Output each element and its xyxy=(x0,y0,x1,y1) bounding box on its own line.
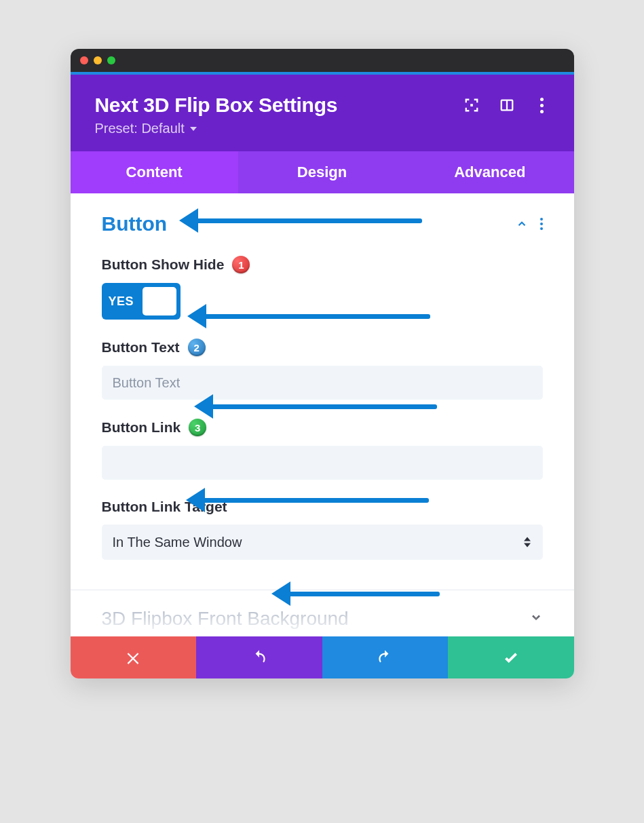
tab-bar: Content Design Advanced xyxy=(71,151,574,193)
tab-content[interactable]: Content xyxy=(71,151,238,193)
annotation-badge-2: 2 xyxy=(188,339,206,356)
modal-header: Next 3D Flip Box Settings Preset: Defaul… xyxy=(71,75,574,151)
chevron-up-icon[interactable] xyxy=(516,218,528,230)
minimize-window-dot[interactable] xyxy=(94,56,102,64)
mac-titlebar xyxy=(71,49,574,72)
section-header-front-background[interactable]: 3D Flipbox Front Background xyxy=(71,590,574,636)
label-button-text: Button Text xyxy=(102,339,180,356)
undo-button[interactable] xyxy=(196,636,322,678)
tab-design[interactable]: Design xyxy=(238,151,406,193)
section-title: Button xyxy=(102,212,168,235)
annotation-badge-1: 1 xyxy=(232,256,250,273)
header-actions xyxy=(464,94,550,113)
settings-window: Next 3D Flip Box Settings Preset: Defaul… xyxy=(71,49,574,678)
field-button-show-hide: Button Show Hide 1 YES xyxy=(71,246,574,329)
section-more-icon[interactable] xyxy=(540,218,543,230)
preset-label: Preset: Default xyxy=(95,121,185,136)
label-button-link: Button Link xyxy=(102,419,181,436)
cancel-button[interactable] xyxy=(71,636,197,678)
redo-button[interactable] xyxy=(322,636,449,678)
close-window-dot[interactable] xyxy=(80,56,88,64)
toggle-knob xyxy=(143,287,176,315)
section-header-button[interactable]: Button xyxy=(71,193,574,246)
select-value: In The Same Window xyxy=(113,535,242,550)
tab-advanced[interactable]: Advanced xyxy=(406,151,573,193)
annotation-badge-3: 3 xyxy=(189,419,206,436)
modal-title: Next 3D Flip Box Settings xyxy=(95,94,338,117)
preset-selector[interactable]: Preset: Default xyxy=(95,121,338,136)
focus-icon[interactable] xyxy=(464,98,479,113)
toggle-label: YES xyxy=(109,294,134,309)
confirm-button[interactable] xyxy=(448,636,574,678)
more-menu-icon[interactable] xyxy=(535,98,550,113)
field-button-link-target: Button Link Target In The Same Window xyxy=(71,489,574,569)
collapsed-section-title: 3D Flipbox Front Background xyxy=(102,608,349,630)
input-button-link[interactable] xyxy=(102,446,543,480)
caret-down-icon xyxy=(190,127,197,131)
field-button-link: Button Link 3 xyxy=(71,409,574,489)
columns-icon[interactable] xyxy=(499,98,514,113)
toggle-show-hide[interactable]: YES xyxy=(102,283,181,320)
chevron-down-icon xyxy=(529,611,543,627)
select-link-target[interactable]: In The Same Window xyxy=(102,524,543,560)
label-button-link-target: Button Link Target xyxy=(102,499,227,515)
modal-footer xyxy=(71,636,574,678)
label-button-show-hide: Button Show Hide xyxy=(102,256,225,273)
maximize-window-dot[interactable] xyxy=(107,56,115,64)
field-button-text: Button Text 2 xyxy=(71,329,574,409)
input-button-text[interactable] xyxy=(102,366,543,400)
content-panel: Button Button Show Hide 1 YES xyxy=(71,193,574,636)
svg-rect-0 xyxy=(470,104,473,107)
